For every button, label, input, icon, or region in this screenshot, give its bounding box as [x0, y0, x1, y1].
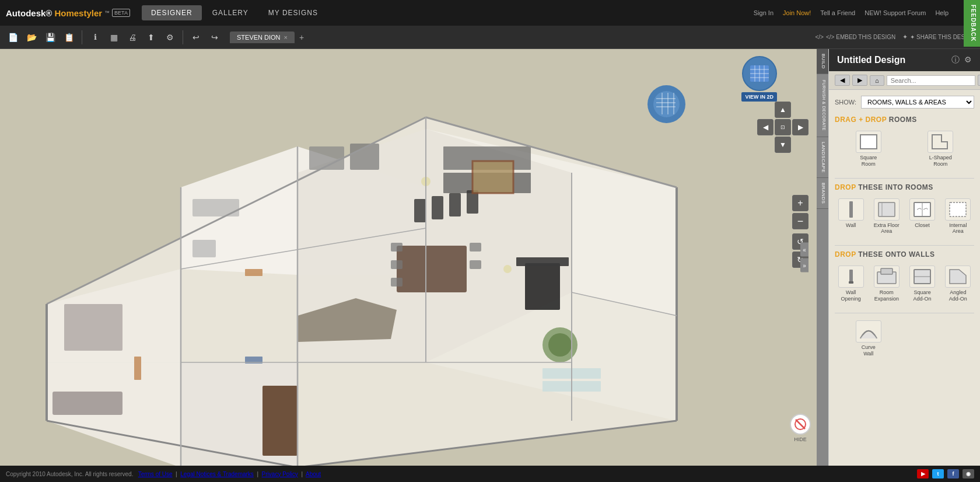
zoom-out-button[interactable]: −: [792, 213, 808, 229]
sign-in-link[interactable]: Sign In: [754, 9, 774, 16]
square-room-item[interactable]: SquareRoom: [835, 128, 902, 170]
home-button[interactable]: ⌂: [870, 75, 884, 86]
curve-items-grid: CurveWall: [835, 318, 974, 359]
angled-addon-item[interactable]: AngledAdd-On: [942, 263, 974, 305]
back-button[interactable]: ◀: [835, 75, 850, 86]
room-expansion-item[interactable]: RoomExpansion: [870, 263, 902, 305]
search-input[interactable]: [887, 75, 975, 86]
new-file-icon[interactable]: 📄: [5, 29, 21, 46]
svg-rect-44: [192, 240, 216, 257]
tell-friend-link[interactable]: Tell a Friend: [820, 9, 855, 16]
undo-icon[interactable]: ↩: [188, 29, 204, 46]
svg-rect-16: [397, 246, 467, 292]
svg-point-32: [503, 265, 512, 273]
furnish-tab[interactable]: FURNISH & DECORATE: [817, 74, 828, 137]
redo-icon[interactable]: ↪: [206, 29, 223, 46]
nav-designer[interactable]: DESIGNER: [142, 5, 202, 20]
facebook-icon[interactable]: f: [947, 469, 959, 478]
svg-rect-25: [525, 263, 560, 310]
sidebar-settings-icon[interactable]: ⚙: [964, 55, 972, 65]
youtube-icon[interactable]: ▶: [917, 469, 929, 478]
pan-right-button[interactable]: ▶: [792, 119, 808, 135]
info-icon[interactable]: ℹ: [87, 29, 103, 46]
closet-icon: [909, 198, 935, 221]
embed-button[interactable]: </> </> EMBED THIS DESIGN: [816, 34, 896, 40]
svg-rect-28: [432, 196, 443, 219]
open-icon[interactable]: 📂: [23, 29, 40, 46]
forward-button[interactable]: ▶: [852, 75, 867, 86]
drag-drop-title: DRAG + DROP ROOMS: [835, 116, 974, 124]
support-forum-link[interactable]: NEW! Support Forum: [864, 9, 926, 16]
nav-mydesigns[interactable]: MY DESIGNS: [259, 5, 327, 20]
svg-rect-40: [473, 161, 513, 193]
privacy-link[interactable]: Privacy Policy: [262, 471, 298, 477]
internal-area-item[interactable]: InternalArea: [942, 196, 974, 237]
feedback-tab[interactable]: FEEDBACK: [964, 0, 980, 47]
hide-label: HIDE: [794, 436, 807, 442]
extra-floor-item[interactable]: Extra FloorArea: [870, 196, 902, 237]
curve-wall-item[interactable]: CurveWall: [835, 318, 902, 359]
collapse-down-button[interactable]: »: [800, 259, 808, 273]
internal-area-icon: [945, 198, 971, 221]
sidebar-nav-row: ◀ ▶ ⌂ 🔍: [829, 71, 980, 90]
wall-opening-label: WallOpening: [841, 289, 861, 302]
svg-rect-15: [192, 199, 239, 216]
footer: Copyright 2010 Autodesk, Inc. All rights…: [0, 466, 980, 482]
join-now-link[interactable]: Join Now!: [783, 9, 811, 16]
extra-floor-icon: [874, 198, 900, 221]
landscape-tab[interactable]: LANDSCAPE: [817, 137, 828, 178]
rooms-grid: SquareRoom L-ShapedRoom: [835, 128, 974, 170]
svg-rect-20: [470, 243, 481, 252]
nav-gallery[interactable]: GALLERY: [203, 5, 258, 20]
footer-social: ▶ t f ◉: [917, 469, 974, 478]
show-select[interactable]: ROOMS, WALLS & AREAS: [861, 96, 974, 109]
logo-nav-area: Autodesk® Homestyler ™ BETA DESIGNER GAL…: [6, 5, 327, 20]
export-icon[interactable]: ⬆: [143, 29, 159, 46]
zoom-in-button[interactable]: +: [792, 195, 808, 211]
pan-left-button[interactable]: ◀: [757, 119, 774, 135]
about-link[interactable]: About: [306, 471, 321, 477]
grid-icon[interactable]: ▦: [106, 29, 122, 46]
separator-1: [82, 30, 82, 44]
view2d-button[interactable]: VIEW IN 2D: [741, 92, 777, 102]
twitter-icon[interactable]: t: [932, 469, 944, 478]
square-addon-icon: [909, 266, 935, 288]
closet-item[interactable]: Closet: [907, 196, 939, 237]
save-icon[interactable]: 💾: [42, 29, 58, 46]
design-tab[interactable]: STEVEN DION ×: [230, 32, 295, 43]
wall-item[interactable]: Wall: [835, 196, 867, 237]
tm-symbol: ™: [104, 10, 110, 16]
brands-tab[interactable]: BRANDS: [817, 178, 828, 209]
canvas-area[interactable]: VIEW IN 2D ▲ ◀ ⊡ ▶ ▼ + − ↺ ↻: [0, 49, 817, 466]
build-tab[interactable]: BUILD: [817, 49, 828, 74]
svg-rect-21: [470, 260, 481, 269]
drop-into-rooms-title: DROP THESE INTO ROOMS: [835, 183, 974, 191]
pan-down-button[interactable]: ▼: [775, 137, 791, 153]
wall-opening-item[interactable]: WallOpening: [835, 263, 867, 305]
hide-button[interactable]: [790, 414, 811, 435]
settings-icon[interactable]: ⚙: [162, 29, 178, 46]
sidebar-header-icons: ⓘ ⚙: [951, 55, 972, 65]
svg-rect-41: [52, 392, 123, 415]
svg-rect-77: [878, 202, 895, 216]
fit-view-button[interactable]: ⊡: [775, 119, 791, 135]
other-social-icon[interactable]: ◉: [963, 469, 974, 478]
svg-rect-19: [391, 278, 402, 287]
tab-close-icon[interactable]: ×: [284, 34, 288, 41]
add-tab-button[interactable]: +: [295, 30, 309, 44]
room-items-grid: Wall Extra FloorArea: [835, 196, 974, 237]
square-addon-item[interactable]: SquareAdd-On: [907, 263, 939, 305]
curve-wall-label: CurveWall: [862, 344, 876, 357]
legal-link[interactable]: Legal Notices & Trademarks: [180, 471, 254, 477]
terms-link[interactable]: Terms of Use: [138, 471, 173, 477]
duplicate-icon[interactable]: 📋: [61, 29, 77, 46]
svg-point-39: [548, 333, 572, 357]
print-icon[interactable]: 🖨: [124, 29, 141, 46]
pan-up-button[interactable]: ▲: [775, 102, 791, 118]
sidebar-info-icon[interactable]: ⓘ: [951, 55, 960, 65]
search-button[interactable]: 🔍: [978, 75, 980, 86]
svg-rect-17: [391, 243, 402, 252]
l-shaped-room-item[interactable]: L-ShapedRoom: [907, 128, 975, 170]
collapse-up-button[interactable]: «: [800, 243, 808, 257]
help-link[interactable]: Help: [935, 9, 949, 16]
